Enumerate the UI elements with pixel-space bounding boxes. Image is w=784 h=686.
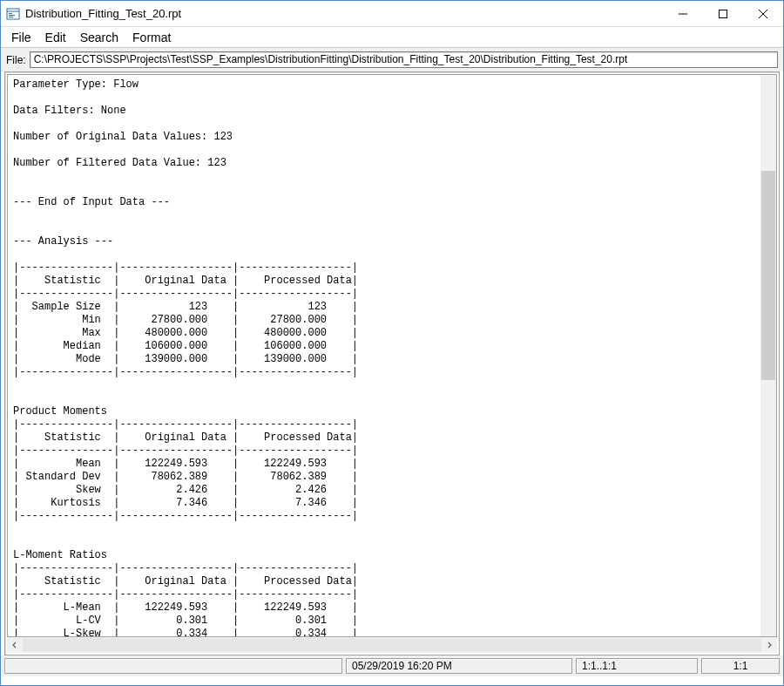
menu-format[interactable]: Format — [125, 29, 178, 46]
status-timestamp: 05/29/2019 16:20 PM — [346, 658, 572, 674]
maximize-button[interactable] — [703, 1, 743, 27]
status-message — [4, 658, 342, 674]
horizontal-scroll-track[interactable] — [23, 637, 761, 653]
scroll-left-button[interactable] — [7, 637, 23, 653]
svg-rect-2 — [9, 13, 12, 14]
menu-edit[interactable]: Edit — [38, 29, 73, 46]
report-text[interactable]: Parameter Type: Flow Data Filters: None … — [8, 75, 760, 636]
svg-rect-6 — [720, 10, 727, 17]
menubar: File Edit Search Format — [1, 27, 783, 48]
status-selection: 1:1 — [701, 658, 780, 674]
vertical-scrollbar[interactable] — [760, 75, 776, 636]
scroll-right-button[interactable] — [761, 637, 777, 653]
vertical-scroll-thumb[interactable] — [761, 171, 775, 380]
file-label: File: — [6, 54, 26, 66]
window-titlebar: Distribution_Fitting_Test_20.rpt — [1, 1, 783, 27]
menu-search[interactable]: Search — [73, 29, 125, 46]
statusbar: 05/29/2019 16:20 PM 1:1..1:1 1:1 — [1, 655, 783, 676]
filebar: File: C:\PROJECTS\SSP\Projects\Test\SSP_… — [1, 48, 783, 71]
app-icon — [6, 7, 20, 21]
menu-file[interactable]: File — [4, 29, 38, 46]
content-panel: Parameter Type: Flow Data Filters: None … — [4, 71, 780, 655]
minimize-button[interactable] — [663, 1, 703, 27]
horizontal-scrollbar[interactable] — [7, 637, 777, 653]
file-path-input[interactable]: C:\PROJECTS\SSP\Projects\Test\SSP_Exampl… — [30, 51, 778, 68]
window-title: Distribution_Fitting_Test_20.rpt — [25, 7, 181, 20]
status-position: 1:1..1:1 — [576, 658, 698, 674]
horizontal-scroll-thumb[interactable] — [23, 638, 761, 652]
text-viewer: Parameter Type: Flow Data Filters: None … — [7, 74, 777, 637]
svg-rect-4 — [9, 17, 13, 17]
svg-rect-3 — [9, 15, 15, 16]
close-button[interactable] — [743, 1, 783, 27]
